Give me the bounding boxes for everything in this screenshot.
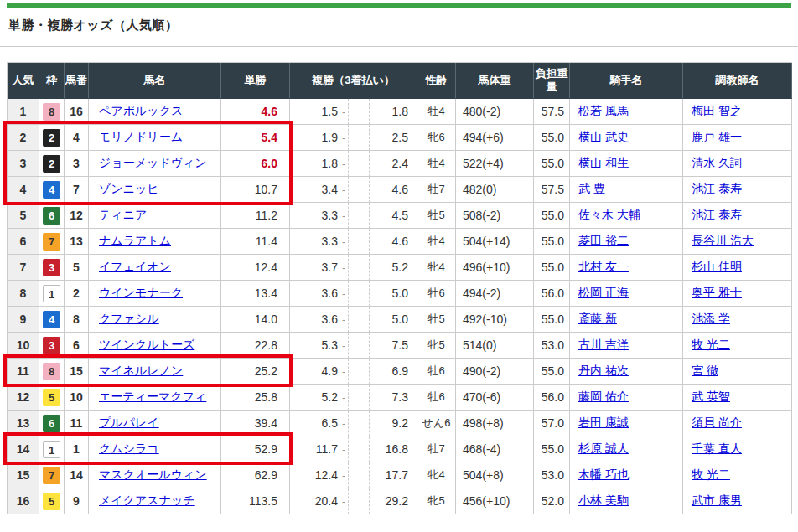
jockey-link[interactable]: 岩田 康誠 (578, 416, 629, 429)
trainer-link[interactable]: 牧 光二 (692, 338, 730, 351)
place-odds-high-cell: 4.6 (370, 177, 417, 203)
trainer-link[interactable]: 池添 学 (692, 312, 730, 325)
horse-name-link[interactable]: ナムラアトム (99, 234, 171, 247)
jockey-link[interactable]: 古川 吉洋 (578, 338, 629, 351)
place-odds-gap-cell (349, 177, 370, 203)
horse-name-link[interactable]: ウインモナーク (99, 286, 183, 299)
horse-name-link[interactable]: ティニア (99, 208, 147, 221)
place-odds-low-cell: 3.6- (290, 307, 349, 333)
horse-name-link[interactable]: ペアポルックス (99, 104, 183, 117)
horse-name-link[interactable]: クムシラコ (99, 442, 159, 455)
place-odds-low-cell: 20.4- (290, 488, 349, 514)
jockey-link[interactable]: 横山 武史 (578, 130, 629, 143)
trainer-link[interactable]: 武 英智 (692, 390, 730, 403)
trainer-link[interactable]: 奥平 雅士 (692, 286, 742, 299)
trainer-cell: 梅田 智之 (683, 99, 792, 125)
place-odds-high-cell: 4.6 (370, 229, 417, 255)
horse-name-link[interactable]: ジョーメッドヴィン (99, 156, 207, 169)
trainer-link[interactable]: 池江 泰寿 (692, 182, 742, 195)
frame-cell: 3 (39, 255, 65, 281)
trainer-cell: 須貝 尚介 (683, 411, 792, 436)
horse-name-link[interactable]: クファシル (99, 312, 159, 325)
place-odds-high-cell: 5.0 (370, 281, 417, 307)
horse-name-link[interactable]: イフェイオン (99, 260, 171, 273)
place-odds-high-cell: 7.5 (370, 333, 417, 359)
horse-name-link[interactable]: メイクアスナッチ (99, 493, 195, 507)
jockey-link[interactable]: 杉原 誠人 (578, 442, 629, 455)
horse-weight-cell: 496(+10) (456, 255, 534, 281)
rank-cell: 12 (8, 385, 39, 411)
trainer-link[interactable]: 池江 泰寿 (692, 208, 742, 221)
horse-name-cell: マイネルレノン (89, 359, 221, 385)
load-weight-cell: 55.0 (534, 436, 570, 462)
place-odds-low-value: 3.3 (322, 235, 338, 248)
col-header-horse-no: 馬番 (65, 63, 89, 99)
trainer-link[interactable]: 鹿戸 雄一 (692, 130, 742, 143)
frame-badge: 2 (43, 155, 60, 173)
trainer-link[interactable]: 宮 徹 (692, 364, 718, 377)
horse-name-link[interactable]: エーティーマクフィ (99, 390, 206, 403)
horse-number-cell: 11 (65, 411, 89, 436)
range-dash: - (342, 366, 345, 378)
place-odds-low-cell: 3.4- (290, 177, 349, 203)
trainer-cell: 宮 徹 (683, 359, 792, 385)
trainer-link[interactable]: 牧 光二 (692, 467, 730, 481)
frame-badge: 4 (43, 311, 60, 328)
jockey-link[interactable]: 丹内 祐次 (578, 364, 629, 377)
sex-age-cell: 牡4 (417, 99, 456, 125)
load-weight-cell: 55.0 (534, 307, 570, 333)
trainer-link[interactable]: 須貝 尚介 (692, 416, 742, 429)
place-odds-low-cell: 3.3- (290, 203, 349, 229)
jockey-link[interactable]: 松岡 正海 (578, 286, 629, 299)
horse-name-link[interactable]: モリノドリーム (99, 130, 183, 143)
jockey-link[interactable]: 菱田 裕二 (578, 234, 629, 247)
horse-weight-cell: 482(0) (456, 177, 534, 203)
trainer-link[interactable]: 清水 久詞 (692, 156, 742, 169)
table-row: 4 4 7 ゾンニッヒ 10.7 3.4- 4.6 牡7 482(0) 57.5… (8, 177, 792, 203)
rank-cell: 8 (8, 281, 39, 307)
table-row: 1 8 16 ペアポルックス 4.6 1.5- 1.8 牡4 480(-2) 5… (8, 99, 792, 125)
jockey-link[interactable]: 佐々木 大輔 (578, 208, 640, 221)
jockey-link[interactable]: 小林 美駒 (578, 493, 629, 507)
frame-cell: 3 (39, 333, 65, 359)
jockey-link[interactable]: 北村 友一 (578, 260, 629, 273)
place-odds-high-cell: 7.3 (370, 385, 417, 411)
horse-name-link[interactable]: プルパレイ (99, 416, 159, 429)
trainer-cell: 杉山 佳明 (683, 255, 792, 281)
horse-name-cell: ティニア (89, 203, 221, 229)
horse-name-link[interactable]: ツインクルトーズ (99, 338, 194, 351)
trainer-link[interactable]: 千葉 直人 (692, 442, 742, 455)
place-odds-gap-cell (349, 229, 370, 255)
horse-name-cell: イフェイオン (89, 255, 221, 281)
trainer-link[interactable]: 武市 康男 (692, 493, 742, 507)
trainer-cell: 池江 泰寿 (683, 177, 792, 203)
jockey-link[interactable]: 横山 和生 (578, 156, 629, 169)
frame-cell: 5 (39, 385, 65, 411)
odds-table: 人気 枠 馬番 馬名 単勝 複勝（3着払い） 性齢 馬体重 負担重量 騎手名 調… (7, 62, 792, 514)
load-weight-cell: 57.5 (534, 177, 570, 203)
horse-name-link[interactable]: ゾンニッヒ (99, 182, 159, 195)
jockey-link[interactable]: 松若 風馬 (578, 104, 629, 117)
jockey-link[interactable]: 斎藤 新 (578, 312, 617, 325)
col-header-sex-age: 性齢 (417, 63, 456, 99)
table-row: 16 5 9 メイクアスナッチ 113.5 20.4- 29.2 牝5 456(… (8, 488, 792, 514)
range-dash: - (342, 418, 345, 430)
place-odds-gap-cell (349, 488, 370, 514)
sex-age-cell: 牡4 (417, 151, 456, 177)
horse-name-link[interactable]: マスクオールウィン (99, 467, 207, 481)
trainer-link[interactable]: 長谷川 浩大 (692, 234, 754, 247)
horse-name-link[interactable]: マイネルレノン (99, 364, 183, 377)
trainer-cell: 武市 康男 (683, 488, 792, 514)
jockey-link[interactable]: 木幡 巧也 (578, 467, 629, 481)
trainer-link[interactable]: 梅田 智之 (692, 104, 742, 117)
trainer-link[interactable]: 杉山 佳明 (692, 260, 742, 273)
table-row: 11 8 15 マイネルレノン 25.2 4.9- 6.9 牡6 490(-2)… (8, 359, 792, 385)
table-row: 12 5 10 エーティーマクフィ 25.8 5.2- 7.3 牡6 470(-… (8, 385, 792, 411)
sex-age-cell: 牡6 (417, 359, 456, 385)
win-odds-cell: 22.8 (221, 333, 290, 359)
place-odds-low-cell: 11.7- (290, 436, 349, 462)
jockey-link[interactable]: 武 豊 (578, 182, 605, 195)
jockey-link[interactable]: 藤岡 佑介 (578, 390, 629, 403)
table-row: 9 4 8 クファシル 14.0 3.6- 5.0 牡5 492(-10) 55… (8, 307, 792, 333)
sex-age-cell: 牝5 (417, 488, 456, 514)
